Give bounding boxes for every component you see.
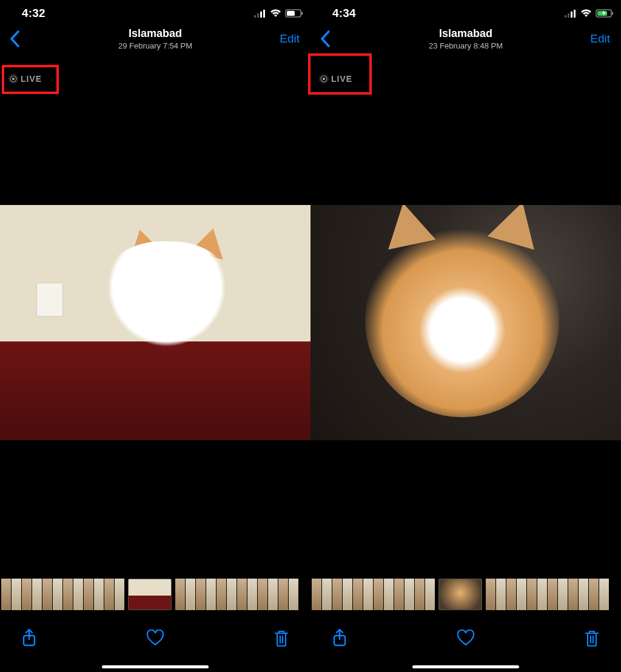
nav-title-area: Islamabad 29 February 7:54 PM xyxy=(0,27,310,50)
nav-title: Islamabad xyxy=(310,27,621,40)
nav-subtitle: 23 February 8:48 PM xyxy=(310,41,621,50)
status-bar: 4:32 xyxy=(0,0,310,27)
status-indicators xyxy=(254,9,303,18)
svg-rect-11 xyxy=(565,15,566,18)
wifi-icon xyxy=(270,9,281,18)
bottom-toolbar xyxy=(310,621,621,655)
svg-rect-12 xyxy=(568,13,569,18)
status-time: 4:34 xyxy=(332,7,356,20)
back-button[interactable] xyxy=(320,30,331,47)
nav-subtitle: 29 February 7:54 PM xyxy=(0,41,310,50)
battery-charging-icon xyxy=(596,9,614,18)
svg-rect-5 xyxy=(287,11,295,16)
share-button[interactable] xyxy=(327,626,352,650)
thumbnail-current[interactable] xyxy=(438,579,482,610)
delete-button[interactable] xyxy=(580,626,604,650)
bottom-toolbar xyxy=(0,621,310,655)
status-time: 4:32 xyxy=(22,7,45,20)
photo-content xyxy=(310,205,621,440)
svg-rect-6 xyxy=(301,12,303,15)
cellular-icon xyxy=(565,10,577,18)
thumbnail-scrubber[interactable] xyxy=(310,577,621,611)
svg-rect-2 xyxy=(260,12,262,18)
svg-rect-0 xyxy=(254,15,256,18)
nav-title: Islamabad xyxy=(0,27,310,40)
svg-rect-3 xyxy=(263,10,265,18)
thumbnail-current[interactable] xyxy=(128,579,172,610)
edit-button[interactable]: Edit xyxy=(590,32,610,45)
wifi-icon xyxy=(580,9,592,18)
status-indicators xyxy=(565,9,614,18)
back-button[interactable] xyxy=(10,30,21,47)
home-indicator[interactable] xyxy=(102,665,209,668)
nav-bar: Islamabad 29 February 7:54 PM Edit xyxy=(0,27,310,53)
svg-rect-1 xyxy=(257,13,259,18)
battery-icon xyxy=(285,9,303,18)
edit-button[interactable]: Edit xyxy=(280,32,300,45)
home-indicator[interactable] xyxy=(412,665,519,668)
screen-right: 4:34 Islamabad 23 February 8:48 PM xyxy=(310,0,621,672)
cellular-icon xyxy=(254,10,266,18)
favorite-button[interactable] xyxy=(454,626,478,650)
nav-title-area: Islamabad 23 February 8:48 PM xyxy=(310,27,621,50)
photo-content xyxy=(0,205,310,440)
svg-rect-14 xyxy=(574,10,576,18)
svg-rect-17 xyxy=(612,12,613,15)
share-button[interactable] xyxy=(17,626,41,650)
svg-rect-16 xyxy=(597,11,607,16)
favorite-button[interactable] xyxy=(143,626,167,650)
status-bar: 4:34 xyxy=(310,0,621,27)
nav-bar: Islamabad 23 February 8:48 PM Edit xyxy=(310,27,621,53)
thumbnail-scrubber[interactable] xyxy=(0,577,310,611)
svg-rect-13 xyxy=(571,12,572,18)
delete-button[interactable] xyxy=(269,626,294,650)
screen-left: 4:32 Islamabad 29 February 7:54 PM xyxy=(0,0,310,672)
